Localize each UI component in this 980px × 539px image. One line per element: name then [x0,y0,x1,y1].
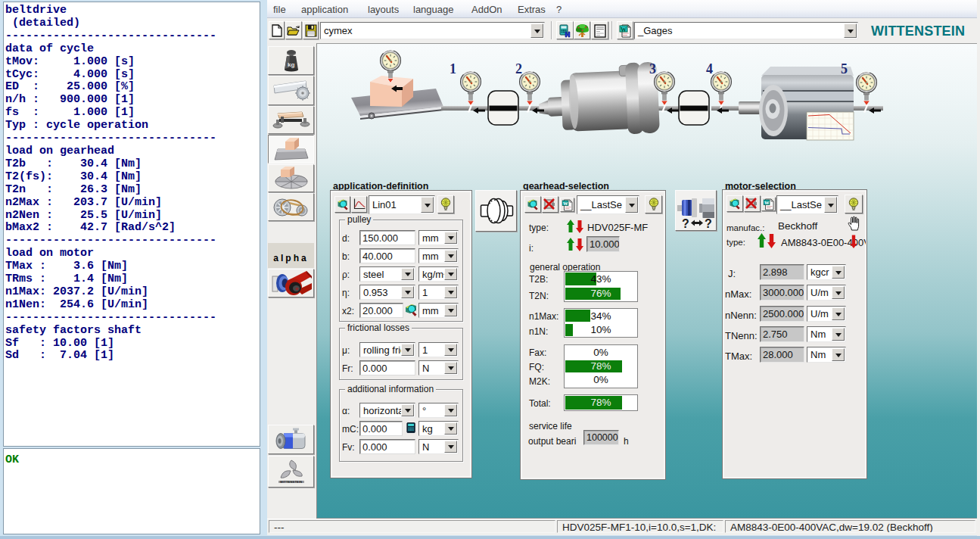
svg-text:?: ? [682,217,689,230]
svg-text:W: W [764,199,769,204]
svg-text:5: 5 [841,61,848,76]
svg-text:WITTENSTEIN: WITTENSTEIN [280,480,302,484]
svg-text:3: 3 [649,61,656,76]
svg-text:4: 4 [706,61,713,76]
svg-text:W: W [621,26,627,33]
svg-text:2: 2 [515,61,522,76]
svg-text:W: W [562,200,568,205]
svg-text:1: 1 [450,61,456,76]
svg-text:?: ? [705,217,712,230]
svg-text:kg: kg [288,61,294,68]
